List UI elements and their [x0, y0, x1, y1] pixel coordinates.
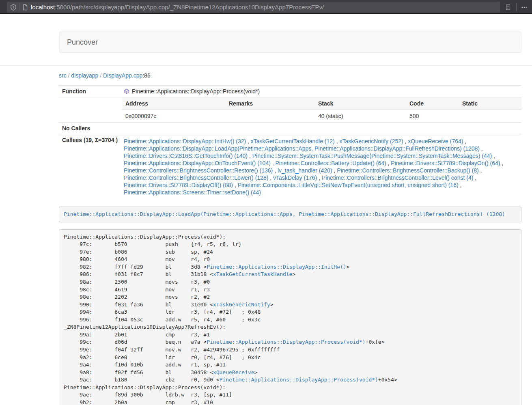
metrics-row: Address Remarks Stack Code Static 0x0000…: [59, 97, 521, 123]
breadcrumb-line-number: :86: [142, 72, 150, 79]
callee-link[interactable]: Pinetime::Applications::Screens::Timer::…: [124, 189, 261, 196]
brand-link[interactable]: Puncover: [67, 38, 98, 47]
no-callers-row: No Callers: [59, 123, 521, 134]
address-bar[interactable]: localhost:5000/path/src/displayapp/Displ…: [7, 2, 500, 13]
reader-mode-button[interactable]: [502, 2, 514, 13]
value-address: 0x0000097c: [122, 110, 226, 123]
callee-link[interactable]: Pinetime::Controllers::BrightnessControl…: [124, 167, 273, 174]
col-code: Code: [406, 97, 459, 110]
callee-link[interactable]: Pinetime::Applications::DisplayApp::OnTo…: [124, 160, 271, 166]
callee-link[interactable]: Pinetime::Drivers::Cst816S::GetTouchInfo…: [124, 153, 248, 159]
asm-symbol-link[interactable]: xTaskGetCurrentTaskHandle: [213, 271, 293, 277]
metrics-header-row: Address Remarks Stack Code Static: [122, 97, 521, 110]
urlbar-divider: [19, 4, 19, 11]
callee-link[interactable]: Pinetime::Drivers::St7789::DisplayOn() (…: [391, 160, 500, 166]
callees-label: Callees (19, Σ=3704 ): [59, 134, 122, 199]
breadcrumb-link-file[interactable]: DisplayApp.cpp: [103, 72, 142, 79]
page-icon[interactable]: [22, 4, 28, 11]
browser-chrome: localhost:5000/path/src/displayapp/Displ…: [0, 0, 532, 14]
reader-mode-icon: [505, 4, 511, 11]
ellipsis-icon: [521, 4, 528, 11]
url-text: localhost:5000/path/src/displayapp/Displ…: [31, 4, 324, 11]
callee-link[interactable]: Pinetime::Controllers::Battery::Update()…: [276, 160, 386, 166]
asm-symbol-link[interactable]: Pinetime::Applications::DisplayApp::Proc…: [220, 377, 378, 383]
callee-link[interactable]: Pinetime::Components::LittleVgl::SetNewT…: [238, 182, 459, 188]
app-navbar: Puncover: [59, 32, 521, 53]
callee-link[interactable]: Pinetime::System::SystemTask::PushMessag…: [252, 153, 492, 159]
metrics-value-row: 0x0000097c 40 (static) 500: [122, 110, 521, 123]
content-container: Puncover: [59, 32, 521, 53]
callee-link[interactable]: Pinetime::Controllers::BrightnessControl…: [124, 174, 268, 181]
value-static: [459, 110, 521, 123]
breadcrumb-separator: /: [100, 72, 101, 79]
function-name: Pinetime::Applications::DisplayApp::Proc…: [132, 88, 260, 95]
value-code: 500: [406, 110, 459, 123]
callee-link[interactable]: Pinetime::Applications::DisplayApp::Load…: [124, 145, 480, 152]
breadcrumb-link-displayapp[interactable]: displayapp: [71, 72, 98, 79]
col-static: Static: [459, 97, 521, 110]
url-host: localhost: [31, 4, 55, 11]
breadcrumb-separator: /: [68, 72, 70, 79]
page: Puncover src / displayapp / DisplayApp.c…: [0, 14, 532, 405]
col-address: Address: [122, 97, 226, 110]
metrics-table: Address Remarks Stack Code Static 0x0000…: [122, 97, 521, 122]
asm-symbol-link[interactable]: xTaskGenericNotify: [213, 302, 270, 308]
callee-link[interactable]: Pinetime::Controllers::BrightnessControl…: [337, 167, 478, 174]
callee-link[interactable]: Pinetime::Applications::DisplayApp::Init…: [124, 138, 246, 144]
callee-link[interactable]: vTaskDelay (176): [273, 174, 317, 181]
toolbar-divider: [516, 3, 517, 11]
page-actions-menu-button[interactable]: [518, 2, 530, 13]
value-stack: 40 (static): [315, 110, 406, 123]
asm-symbol-link[interactable]: Pinetime::Applications::DisplayApp::Proc…: [207, 339, 365, 345]
function-row-label: Function: [59, 86, 122, 97]
source-line-snippet: Pinetime::Applications::DisplayApp::Load…: [59, 207, 521, 222]
callees-row: Callees (19, Σ=3704 ) Pinetime::Applicat…: [59, 134, 521, 199]
callee-link[interactable]: Pinetime::Controllers::BrightnessControl…: [322, 174, 473, 181]
callee-link[interactable]: xQueueReceive (764): [408, 138, 463, 144]
symbol-cube-icon: [124, 88, 129, 94]
url-path: :5000/path/src/displayapp/DisplayApp.cpp…: [55, 4, 324, 11]
function-info-table: Function Pinetime::Applications::Display…: [59, 85, 521, 198]
callee-link[interactable]: xTaskGenericNotify (252): [339, 138, 403, 144]
breadcrumb-link-src[interactable]: src: [59, 72, 67, 79]
no-callers-label: No Callers: [59, 123, 122, 134]
asm-symbol-link[interactable]: xQueueReceive: [213, 369, 254, 375]
divider: [0, 65, 532, 66]
asm-symbol-link[interactable]: Pinetime::Applications::DisplayApp::Init…: [207, 264, 346, 270]
col-stack: Stack: [315, 97, 406, 110]
disassembly-listing: Pinetime::Applications::DisplayApp::Proc…: [59, 229, 521, 405]
shield-icon[interactable]: [10, 4, 17, 11]
value-remarks: [226, 110, 315, 123]
callee-link[interactable]: Pinetime::Drivers::St7789::DisplayOff() …: [124, 182, 233, 188]
col-remarks: Remarks: [226, 97, 315, 110]
snippet-symbol-link[interactable]: Pinetime::Applications::DisplayApp::Load…: [64, 211, 505, 217]
callee-link[interactable]: lv_task_handler (420): [278, 167, 332, 174]
content-container-main: src / displayapp / DisplayApp.cpp:86 Fun…: [59, 71, 521, 405]
callee-link[interactable]: xTaskGetCurrentTaskHandle (12): [251, 138, 335, 144]
callees-list: Pinetime::Applications::DisplayApp::Init…: [122, 134, 521, 199]
function-row: Function Pinetime::Applications::Display…: [59, 86, 521, 97]
breadcrumb: src / displayapp / DisplayApp.cpp:86: [59, 71, 521, 80]
